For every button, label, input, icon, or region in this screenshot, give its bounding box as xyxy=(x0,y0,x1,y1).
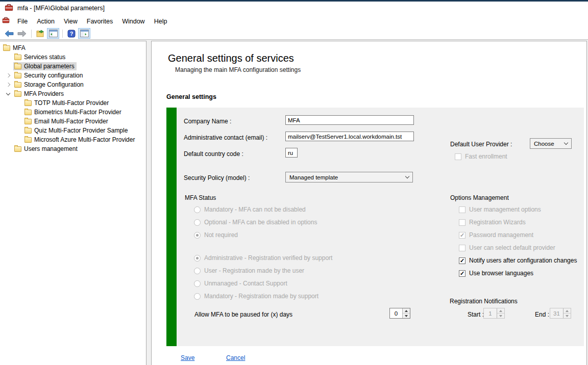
end-spinner[interactable]: 31 xyxy=(550,308,571,319)
menu-action[interactable]: Action xyxy=(32,16,59,27)
radio-label: Mandatory - Registration made by support xyxy=(204,293,318,300)
tree-item-azure-provider[interactable]: Microsoft Azure Multi-Factor Provider xyxy=(0,135,146,144)
chevron-down-icon[interactable] xyxy=(4,90,12,98)
general-settings-panel: Company Name : MFA Administrative contac… xyxy=(166,108,584,346)
checkbox-icon xyxy=(459,270,465,277)
start-value: 1 xyxy=(484,308,497,318)
default-user-provider-label: Default User Provider : xyxy=(450,141,512,148)
toolbar-separator xyxy=(62,30,63,38)
checkbox-label: Registration Wizards xyxy=(469,219,526,226)
menu-window[interactable]: Window xyxy=(117,16,149,27)
tree-item-label: Quiz Multi-Factor Provider Sample xyxy=(34,127,128,134)
tree-item-mfa[interactable]: MFA xyxy=(0,43,146,53)
radio-reg-mandatory[interactable]: Mandatory - Registration made by support xyxy=(194,293,318,300)
spinner-down-icon[interactable] xyxy=(497,314,504,318)
checkbox-user-can-select-default-provider[interactable]: User can select default provider xyxy=(459,244,555,251)
tree-item-label: Microsoft Azure Multi-Factor Provider xyxy=(34,136,135,143)
admin-contact-input[interactable]: mailserv@TestServer1.local.workdomain.ts… xyxy=(285,132,414,141)
checkbox-label: User can select default provider xyxy=(469,244,555,251)
help-icon[interactable]: ? xyxy=(65,28,78,39)
result-pane: General settings of services Managing th… xyxy=(151,41,587,365)
tree-item-services-status[interactable]: Services status xyxy=(0,53,146,62)
checkbox-registration-wizards[interactable]: Registration Wizards xyxy=(459,219,526,226)
default-user-provider-value: Choose xyxy=(534,141,554,147)
toolbox-icon xyxy=(5,3,13,14)
folder-icon xyxy=(14,64,21,69)
checkbox-fast-enrollment[interactable]: Fast enrollment xyxy=(455,153,507,160)
end-label: End : xyxy=(535,311,549,318)
radio-mfa-optional[interactable]: Optional - MFA can be disabled in option… xyxy=(194,219,317,226)
tree-item-quiz-provider[interactable]: Quiz Multi-Factor Provider Sample xyxy=(0,126,146,135)
mmc-window: mfa - [MFA\Global parameters] File Actio… xyxy=(0,0,588,365)
tree-item-global-parameters[interactable]: Global parameters xyxy=(0,62,146,71)
tree-item-email-provider[interactable]: Email Multi-Factor Provider xyxy=(0,117,146,126)
checkbox-label: Notify users after configuration changes xyxy=(469,257,577,264)
radio-icon xyxy=(194,255,201,262)
tree-item-biometrics-provider[interactable]: Biometrics Multi-Factor Provider xyxy=(0,108,146,117)
spinner-up-icon[interactable] xyxy=(403,308,410,314)
tree-item-users-management[interactable]: Users management xyxy=(0,144,146,153)
pause-days-spinner[interactable]: 0 xyxy=(389,308,410,319)
radio-reg-unmanaged[interactable]: Unmanaged - Contact Support xyxy=(194,280,287,287)
tree-item-label: Services status xyxy=(24,54,65,61)
checkbox-notify-users[interactable]: Notify users after configuration changes xyxy=(459,257,577,264)
tree-item-mfa-providers[interactable]: MFA Providers xyxy=(0,89,146,98)
export-list-icon[interactable] xyxy=(34,28,46,39)
tree-item-label: Security configuration xyxy=(24,72,83,79)
radio-reg-administrative[interactable]: Administrative - Registration verified b… xyxy=(194,254,332,262)
spinner-up-icon[interactable] xyxy=(497,308,504,314)
radio-mfa-not-required[interactable]: Not required xyxy=(194,231,238,239)
tree-item-totp-provider[interactable]: TOTP Multi-Factor Provider xyxy=(0,98,146,108)
chevron-right-icon[interactable] xyxy=(4,81,12,89)
save-button[interactable]: Save xyxy=(181,354,194,361)
admin-contact-label: Administrative contact (email) : xyxy=(184,134,267,141)
menu-file[interactable]: File xyxy=(13,16,32,27)
menu-help[interactable]: Help xyxy=(150,16,172,27)
default-user-provider-select[interactable]: Choose xyxy=(530,138,572,149)
checkbox-use-browser-languages[interactable]: Use browser languages xyxy=(459,270,533,277)
spinner-down-icon[interactable] xyxy=(564,314,571,318)
folder-icon xyxy=(14,146,21,152)
company-name-label: Company Name : xyxy=(184,118,231,125)
tree-item-storage-configuration[interactable]: Storage Configuration xyxy=(0,80,146,89)
checkbox-icon xyxy=(459,219,465,226)
radio-label: Administrative - Registration verified b… xyxy=(204,254,332,262)
menu-favorites[interactable]: Favorites xyxy=(82,16,117,27)
show-console-tree-icon[interactable] xyxy=(47,28,59,39)
security-policy-value: Managed template xyxy=(289,174,338,180)
radio-label: Mandatory - MFA can not be disabled xyxy=(204,206,306,213)
checkbox-icon xyxy=(459,257,465,264)
options-management-label: Options Management xyxy=(450,194,509,201)
folder-icon xyxy=(24,137,32,143)
checkbox-password-management[interactable]: Password management xyxy=(459,231,533,239)
radio-label: Optional - MFA can be disabled in option… xyxy=(204,219,317,226)
toolbox-icon-small xyxy=(2,16,10,26)
chevron-right-icon[interactable] xyxy=(4,71,12,80)
cancel-button[interactable]: Cancel xyxy=(226,354,245,361)
forward-icon[interactable] xyxy=(16,28,28,39)
country-code-input[interactable]: ru xyxy=(285,148,298,158)
radio-label: Unmanaged - Contact Support xyxy=(204,280,287,287)
section-header: General settings xyxy=(166,93,216,100)
radio-mfa-mandatory[interactable]: Mandatory - MFA can not be disabled xyxy=(194,206,306,213)
tree-item-label: Users management xyxy=(24,145,78,152)
green-accent-bar xyxy=(166,108,177,346)
spinner-down-icon[interactable] xyxy=(403,314,410,318)
console-tree: MFA Services status Global parameters Se… xyxy=(0,41,146,365)
tree-item-label: Global parameters xyxy=(24,63,75,70)
radio-label: Not required xyxy=(204,231,238,239)
show-action-pane-icon[interactable] xyxy=(78,28,90,39)
back-icon[interactable] xyxy=(3,28,15,39)
spinner-up-icon[interactable] xyxy=(564,308,571,314)
mfa-status-label: MFA Status xyxy=(185,194,216,201)
checkbox-user-management-options[interactable]: User management options xyxy=(459,206,541,213)
start-spinner[interactable]: 1 xyxy=(483,308,505,319)
menu-view[interactable]: View xyxy=(59,16,82,27)
tree-item-security-configuration[interactable]: Security configuration xyxy=(0,71,146,80)
toolbar: ? xyxy=(0,28,588,40)
company-name-input[interactable]: MFA xyxy=(285,115,414,125)
security-policy-select[interactable]: Managed template xyxy=(285,172,413,182)
radio-reg-user[interactable]: User - Registration made by the user xyxy=(194,267,304,274)
end-value: 31 xyxy=(550,308,563,318)
tree-item-label: TOTP Multi-Factor Provider xyxy=(34,99,109,107)
